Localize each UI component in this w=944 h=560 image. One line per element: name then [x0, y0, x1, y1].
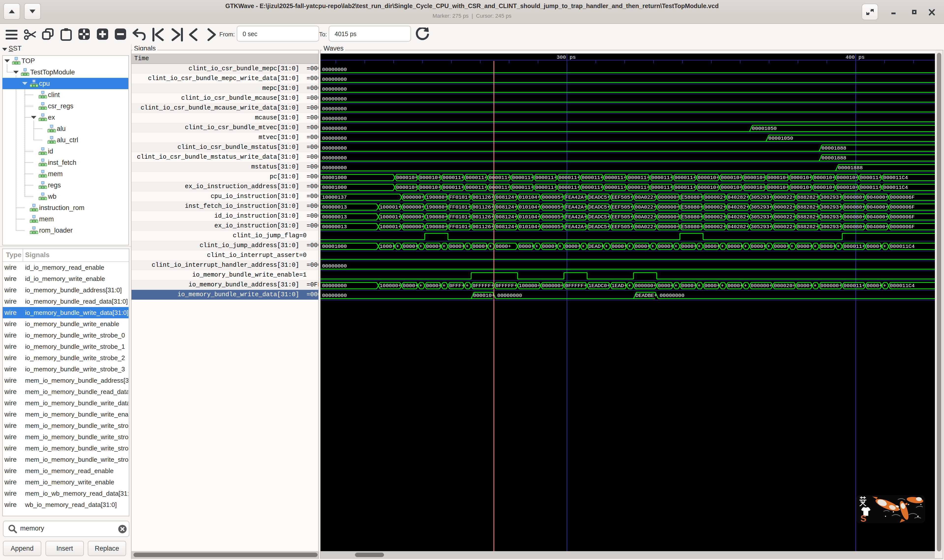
svg-text:+: +: [396, 244, 399, 249]
svg-text:0FFF+: 0FFF+: [449, 283, 464, 289]
svg-text:000022+: 000022+: [774, 214, 796, 220]
svg-text:100000+: 100000+: [379, 283, 401, 289]
svg-text:+: +: [698, 244, 701, 249]
svg-text:00000000: 00000000: [322, 86, 347, 92]
svg-text:0000+: 0000+: [426, 283, 441, 289]
svg-text:000010+: 000010+: [790, 175, 812, 180]
svg-text:000010+: 000010+: [837, 185, 858, 190]
svg-text:305293+: 305293+: [751, 224, 773, 230]
svg-text:00000000: 00000000: [322, 106, 347, 112]
svg-text:DEADBE+: DEADBE+: [636, 293, 657, 298]
svg-text:000022+: 000022+: [774, 194, 796, 200]
svg-text:000011+: 000011+: [860, 185, 882, 190]
svg-text:000000+: 000000+: [658, 194, 679, 200]
svg-text:+: +: [628, 244, 631, 249]
svg-text:+: +: [419, 244, 422, 249]
svg-text:000011C4: 000011C4: [890, 244, 915, 249]
svg-text:000011+: 000011+: [466, 185, 487, 190]
svg-text:0FFFFF+: 0FFFFF+: [495, 283, 517, 289]
svg-text:FEA42A+: FEA42A+: [565, 214, 587, 220]
svg-text:+: +: [582, 244, 585, 249]
svg-text:000000+: 000000+: [821, 283, 842, 289]
svg-text:00001000: 00001000: [322, 175, 347, 180]
svg-text:+: +: [883, 244, 886, 249]
svg-text:0000+: 0000+: [403, 244, 418, 249]
svg-text:00001000: 00001000: [322, 244, 347, 249]
svg-text:040282+: 040282+: [727, 214, 749, 220]
svg-text:FF0101+: FF0101+: [449, 214, 471, 220]
svg-text:EEF505+: EEF505+: [612, 224, 633, 230]
svg-text:0000006F: 0000006F: [890, 224, 915, 230]
svg-text:000000+: 000000+: [751, 283, 773, 289]
svg-text:FF0101+: FF0101+: [449, 205, 471, 210]
svg-text:+: +: [419, 283, 422, 289]
svg-text:EEF505+: EEF505+: [612, 194, 633, 200]
svg-text:000002+: 000002+: [704, 194, 726, 200]
svg-text:00000000: 00000000: [322, 135, 347, 141]
svg-text:0000+: 0000+: [704, 244, 720, 249]
svg-text:000011+: 000011+: [558, 185, 580, 190]
svg-text:100001+: 100001+: [379, 214, 401, 220]
svg-text:000011+: 000011+: [582, 185, 603, 190]
svg-text:00A022+: 00A022+: [635, 194, 656, 200]
svg-text:300293+: 300293+: [821, 205, 842, 210]
svg-text:00000000: 00000000: [322, 126, 347, 131]
svg-text:0000006F: 0000006F: [890, 214, 915, 220]
svg-text:+: +: [443, 283, 446, 289]
svg-text:000011+: 000011+: [466, 175, 487, 180]
svg-text:0000+: 0000+: [495, 244, 511, 249]
svg-text:E58080+: E58080+: [681, 205, 703, 210]
svg-text:008124+: 008124+: [495, 205, 517, 210]
svg-text:1000+: 1000+: [379, 244, 395, 249]
svg-text:000000+: 000000+: [658, 214, 679, 220]
svg-text:000011+: 000011+: [628, 185, 650, 190]
svg-text:+: +: [721, 244, 724, 249]
svg-text:00000000: 00000000: [660, 293, 684, 298]
svg-text:000011+: 000011+: [582, 175, 603, 180]
svg-text:0000+: 0000+: [704, 283, 720, 289]
svg-text:FEA42A+: FEA42A+: [565, 194, 587, 200]
svg-text:008124+: 008124+: [495, 214, 517, 220]
svg-text:100000+: 100000+: [519, 283, 540, 289]
svg-text:008124+: 008124+: [495, 224, 517, 230]
svg-text:010104+: 010104+: [519, 205, 540, 210]
svg-text:000005+: 000005+: [542, 205, 563, 210]
svg-text:0000006F: 0000006F: [890, 194, 915, 200]
svg-text:010104+: 010104+: [519, 194, 540, 200]
svg-text:+: +: [698, 283, 701, 289]
svg-text:000010+: 000010+: [767, 185, 789, 190]
svg-text:S: S: [861, 514, 866, 523]
svg-text:004000+: 004000+: [867, 214, 888, 220]
svg-text:0000+: 0000+: [681, 244, 697, 249]
svg-text:0000+: 0000+: [635, 244, 650, 249]
svg-text:000011+: 000011+: [674, 175, 696, 180]
svg-text:000011+: 000011+: [605, 185, 626, 190]
svg-text:0000+: 0000+: [426, 244, 441, 249]
svg-text:000011+: 000011+: [489, 185, 511, 190]
svg-text:0000+: 0000+: [727, 244, 743, 249]
svg-text:DEADC5+: DEADC5+: [588, 194, 610, 200]
svg-text:0000+: 0000+: [658, 283, 673, 289]
svg-text:000010+: 000010+: [721, 175, 742, 180]
svg-text:00A022+: 00A022+: [635, 224, 656, 230]
svg-text:300293+: 300293+: [821, 214, 842, 220]
svg-text:0000+: 0000+: [727, 283, 743, 289]
svg-text:+: +: [466, 283, 469, 289]
svg-text:00000000: 00000000: [322, 293, 347, 298]
svg-text:305293+: 305293+: [751, 214, 773, 220]
svg-text:000010+: 000010+: [767, 175, 789, 180]
svg-text:00000013: 00000013: [322, 214, 347, 220]
svg-text:000002+: 000002+: [704, 224, 726, 230]
svg-text:000010+: 000010+: [419, 185, 441, 190]
svg-text:190080+: 190080+: [426, 205, 448, 210]
svg-text:000010+: 000010+: [837, 175, 858, 180]
svg-text:000011+: 000011+: [489, 175, 511, 180]
svg-text:000000+: 000000+: [635, 283, 656, 289]
svg-text:00000000: 00000000: [322, 263, 347, 269]
svg-text:000010+: 000010+: [813, 175, 835, 180]
svg-text:EEF505+: EEF505+: [612, 214, 633, 220]
svg-text:DEADC5+: DEADC5+: [588, 205, 610, 210]
svg-text:000011C4: 000011C4: [890, 283, 915, 289]
svg-text:0000+: 0000+: [681, 283, 697, 289]
svg-text:000000+: 000000+: [403, 205, 424, 210]
